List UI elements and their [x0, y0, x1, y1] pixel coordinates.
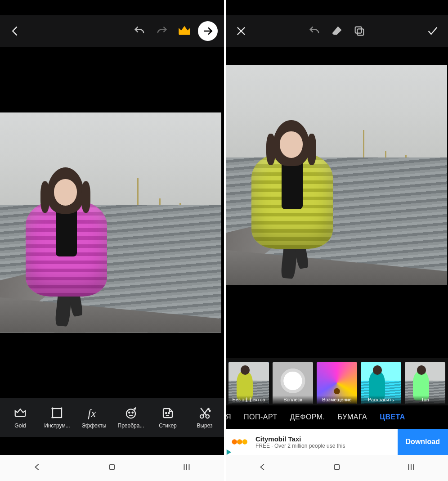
svg-point-6	[168, 413, 170, 414]
tool-transform[interactable]: Преобра...	[112, 406, 149, 429]
ad-banner[interactable]: Citymobil Taxi FREE · Over 2 million peo…	[226, 429, 448, 455]
effect-thumb[interactable]: Возмещение	[317, 362, 357, 404]
ad-subtitle: FREE · Over 2 million people use this	[255, 443, 398, 449]
svg-point-2	[126, 409, 135, 418]
ad-app-icon	[230, 432, 251, 452]
svg-point-4	[132, 412, 134, 414]
svg-point-3	[129, 412, 130, 414]
effect-label: Тон	[405, 396, 445, 404]
tool-label: Преобра...	[118, 423, 144, 429]
svg-point-17	[242, 439, 247, 445]
ad-info-icon[interactable]	[226, 449, 232, 455]
tool-label: Вырез	[197, 423, 212, 429]
layers-button[interactable]	[350, 22, 368, 40]
nav-home-icon[interactable]	[332, 462, 342, 474]
svg-rect-13	[355, 27, 362, 33]
undo-button[interactable]	[130, 22, 148, 40]
close-button[interactable]	[232, 22, 250, 40]
category-tab[interactable]: ПОП-АРТ	[244, 413, 278, 421]
bottom-toolbar: Gold Инструм... fx Эффекты Преобра... Ст…	[0, 398, 224, 437]
image-canvas[interactable]	[226, 47, 448, 358]
tool-gold[interactable]: Gold	[2, 406, 39, 429]
image-canvas[interactable]	[0, 47, 224, 398]
svg-point-9	[208, 409, 210, 410]
effect-label: Возмещение	[317, 396, 357, 404]
effect-label: Без эффектов	[228, 396, 269, 404]
svg-rect-14	[357, 29, 363, 35]
tool-effects[interactable]: fx Эффекты	[76, 406, 112, 429]
effect-label: Всплеск	[273, 396, 313, 404]
nav-back-icon[interactable]	[258, 462, 268, 474]
svg-point-5	[166, 413, 167, 414]
svg-text:fx: fx	[88, 407, 96, 419]
left-screen: Gold Инструм... fx Эффекты Преобра... Ст…	[0, 0, 224, 481]
svg-rect-12	[110, 465, 115, 470]
svg-rect-18	[334, 465, 339, 470]
tool-label: Gold	[14, 423, 26, 429]
tool-sticker[interactable]: Стикер	[149, 406, 186, 429]
svg-point-10	[209, 410, 211, 412]
undo-button[interactable]	[305, 22, 323, 40]
effects-strip[interactable]: Без эффектовВсплескВозмещениеРаскраситьТ…	[226, 358, 448, 405]
category-tab[interactable]: ЦВЕТА	[380, 413, 405, 421]
category-tab[interactable]: ИЯ	[226, 413, 231, 421]
edited-photo	[226, 65, 447, 285]
nav-recent-icon[interactable]	[406, 462, 416, 474]
tool-cutout[interactable]: Вырез	[186, 406, 223, 429]
next-button[interactable]	[198, 21, 218, 41]
effect-label: Раскрасить	[361, 396, 401, 404]
ad-title: Citymobil Taxi	[255, 435, 398, 443]
edited-photo	[0, 112, 221, 333]
nav-recent-icon[interactable]	[182, 462, 192, 474]
apply-button[interactable]	[424, 22, 442, 40]
svg-point-15	[232, 439, 237, 445]
tool-label: Стикер	[159, 423, 177, 429]
svg-rect-0	[53, 409, 62, 418]
status-bar	[0, 0, 224, 15]
system-navbar	[226, 455, 448, 481]
nav-back-icon[interactable]	[32, 462, 42, 474]
tool-label: Инструм...	[44, 423, 70, 429]
system-navbar	[0, 455, 224, 481]
premium-crown-icon[interactable]	[175, 22, 193, 40]
category-tabs: ИЯПОП-АРТДЕФОРМ.БУМАГАЦВЕТА	[226, 405, 448, 429]
svg-point-16	[237, 439, 242, 445]
tool-label: Эффекты	[82, 423, 107, 429]
category-tab[interactable]: БУМАГА	[338, 413, 367, 421]
tool-instruments[interactable]: Инструм...	[39, 406, 76, 429]
effect-thumb[interactable]: Всплеск	[273, 362, 313, 404]
status-bar	[226, 0, 448, 15]
effect-thumb[interactable]: Без эффектов	[228, 362, 269, 404]
effect-thumb[interactable]: Тон	[405, 362, 445, 404]
right-screen: Без эффектовВсплескВозмещениеРаскраситьТ…	[224, 0, 448, 481]
top-toolbar	[226, 15, 448, 47]
redo-button[interactable]	[153, 22, 171, 40]
nav-home-icon[interactable]	[107, 462, 117, 474]
category-tab[interactable]: ДЕФОРМ.	[290, 413, 325, 421]
ad-download-button[interactable]: Download	[398, 429, 448, 455]
effect-thumb[interactable]: Раскрасить	[361, 362, 401, 404]
eraser-button[interactable]	[328, 22, 346, 40]
back-button[interactable]	[6, 22, 24, 40]
top-toolbar	[0, 15, 224, 47]
